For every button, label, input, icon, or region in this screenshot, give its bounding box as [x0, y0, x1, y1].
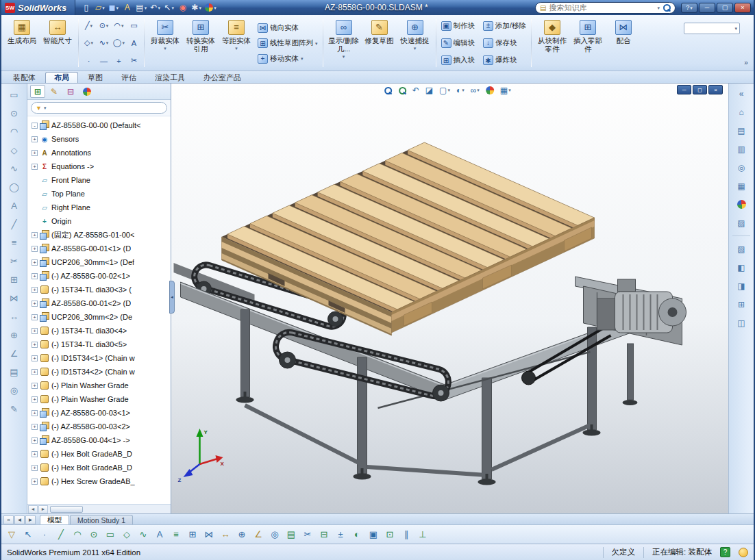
text-tool-icon[interactable]: A [6, 198, 23, 213]
tree-expander[interactable]: + [32, 437, 38, 444]
spline-tool[interactable]: ∿▾ [97, 35, 111, 52]
panel-splitter[interactable]: ◂ [169, 281, 175, 314]
document-tab[interactable]: Motion Study 1 [70, 515, 133, 524]
command-tab[interactable]: 渲染工具 [146, 72, 194, 83]
bottom-toolbar-icon[interactable]: ⋈ [202, 528, 216, 542]
view-palette-icon[interactable]: ▦ [733, 179, 750, 193]
target-icon[interactable]: ◎ [6, 383, 23, 398]
ribbon-small-button[interactable]: ⋈镜向实体 [256, 23, 320, 33]
arc-tool[interactable]: ◠▾ [112, 17, 126, 34]
tree-expander[interactable]: + [32, 383, 38, 389]
trim-entities-icon[interactable]: ✂ [6, 253, 23, 268]
tree-expander[interactable]: - [32, 123, 38, 129]
filter-edges-icon[interactable]: ╱ [54, 528, 68, 542]
tree-expander[interactable]: + [32, 396, 38, 403]
options-button[interactable]: ✱▾ [190, 1, 203, 14]
ribbon-small-button[interactable]: +移动实体▾ [256, 54, 320, 64]
ribbon-button[interactable]: ✎修复草图 [362, 17, 397, 69]
bottom-toolbar-icon[interactable]: ⊥ [416, 528, 430, 542]
ribbon-small-button[interactable]: ±添加/移除 [481, 17, 528, 34]
bottom-toolbar-icon[interactable]: ⊟ [317, 528, 331, 542]
ribbon-button[interactable]: ✂剪裁实体▾ [147, 17, 183, 69]
tree-item[interactable]: ▱ Front Plane [29, 173, 171, 187]
tree-item[interactable]: + (-) AZ-8558G-00-02<1> [29, 269, 171, 283]
tree-expander[interactable]: + [32, 246, 38, 252]
tree-expander[interactable]: + [32, 451, 38, 457]
tree-root[interactable]: - AZ-8558G-00-00 (Default< [29, 118, 171, 132]
tree-item[interactable]: + (-) Hex Bolt GradeAB_D [29, 461, 171, 474]
tree-item[interactable]: ▱ Right Plane [29, 201, 171, 214]
bottom-toolbar-icon[interactable]: ✂ [301, 528, 314, 542]
bottom-toolbar-icon[interactable]: ↔ [219, 528, 232, 542]
modeltab-scroll-right[interactable]: ► [25, 516, 36, 524]
tree-item[interactable]: + (-) Hex Bolt GradeAB_D [29, 447, 171, 461]
tree-horizontal-scrollbar[interactable]: ◄ ► [27, 504, 171, 513]
tree-item[interactable]: + A Annotations [29, 146, 171, 160]
tree-item[interactable]: + (-) Plain Washer Grade [29, 379, 171, 392]
tree-item[interactable]: + AZ-8558G-00-04<1> -> [29, 433, 171, 447]
configurationmanager-tab[interactable]: ⊟ [63, 85, 78, 98]
scroll-right-icon[interactable]: ► [38, 505, 48, 513]
tree-expander[interactable] [32, 191, 38, 197]
line-tool[interactable]: ╱▾ [82, 17, 96, 34]
point-tool[interactable]: · [82, 52, 96, 69]
ribbon-button[interactable]: ⊕快速捕捉▾ [397, 17, 433, 69]
tree-expander[interactable]: + [32, 301, 38, 307]
tree-expander[interactable]: + [32, 410, 38, 416]
zoom-area-icon[interactable] [396, 84, 408, 96]
tree-expander[interactable]: + [32, 164, 38, 170]
centerline-tool[interactable]: — [97, 52, 111, 69]
view-orientation-icon[interactable]: ▢▾ [437, 84, 452, 96]
bottom-toolbar-icon[interactable]: ∠ [251, 528, 265, 542]
trim-small-tool[interactable]: ✂ [127, 52, 141, 69]
tree-item[interactable]: + Origin [29, 214, 171, 228]
filter-caret[interactable]: ▾ [44, 105, 47, 110]
app-menu-button[interactable]: SW SolidWorks [1, 0, 75, 15]
search-scope-caret[interactable]: ▾ [657, 5, 660, 10]
modeltab-scroll-left[interactable]: ◄ [14, 516, 25, 524]
bottom-toolbar-icon[interactable]: ◎ [268, 528, 282, 542]
tree-expander[interactable]: + [32, 314, 38, 320]
ellipse-tool-icon[interactable]: ◯ [6, 179, 23, 194]
ellipse-tool[interactable]: ◯▾ [112, 35, 126, 52]
task-pane-icon-1[interactable]: ▧ [733, 242, 750, 256]
doc-close-button[interactable]: × [708, 85, 723, 94]
appearances-scenes-icon[interactable] [733, 197, 750, 212]
tree-item[interactable]: + (固定) AZ-8558G-01-00< [29, 228, 171, 242]
zoom-fit-icon[interactable] [382, 84, 394, 96]
ribbon-overflow[interactable]: » [741, 17, 751, 69]
tree-expander[interactable]: + [32, 465, 38, 471]
open-document-button[interactable]: ▱▾ [93, 1, 106, 14]
tree-expander[interactable]: + [32, 273, 38, 279]
polygon-tool[interactable]: ◇▾ [82, 35, 96, 52]
maximize-button[interactable]: ▢ [717, 3, 733, 13]
display-style-icon[interactable]: ◐▾ [454, 84, 467, 96]
collapse-taskpane-icon[interactable]: « [733, 86, 750, 101]
ribbon-small-button[interactable]: ⊞插入块 [439, 52, 478, 69]
new-document-button[interactable]: ▯ [79, 1, 92, 14]
task-pane-icon-3[interactable]: ◨ [733, 279, 750, 293]
tree-item[interactable]: + (-) ID15T34<2> (Chain w [29, 365, 171, 379]
tree-expander[interactable]: + [32, 369, 38, 375]
command-tab[interactable]: 装配体 [4, 72, 45, 83]
save-button[interactable]: ◼▾ [107, 1, 120, 14]
edit-sketch-icon[interactable]: ✎ [6, 401, 23, 416]
tree-expander[interactable] [32, 218, 38, 225]
filter-vertices-icon[interactable]: · [38, 528, 51, 542]
scroll-thumb[interactable] [50, 506, 83, 513]
ribbon-button[interactable]: ⋈配合 [606, 17, 641, 69]
document-tab[interactable]: 模型 [40, 515, 69, 524]
ribbon-combobox[interactable]: ▾ [684, 23, 740, 34]
ribbon-button[interactable]: ↔智能尺寸 [40, 17, 75, 69]
ribbon-small-button[interactable]: ▣制作块 [439, 17, 478, 34]
doc-restore-button[interactable]: ◻ [693, 85, 707, 94]
search-input[interactable] [549, 3, 654, 12]
snap-icon[interactable]: ⊕ [6, 327, 23, 342]
ribbon-button[interactable]: ⊞插入零部件 [570, 17, 606, 69]
bottom-toolbar-icon[interactable]: A [153, 528, 166, 542]
file-explorer-icon[interactable]: ▥ [733, 142, 750, 156]
polygon-tool-icon[interactable]: ◇ [6, 142, 23, 157]
bottom-toolbar-icon[interactable]: ± [334, 528, 347, 542]
task-pane-icon-2[interactable]: ◧ [733, 260, 750, 275]
edit-appearance-button[interactable]: ▾ [203, 1, 218, 14]
